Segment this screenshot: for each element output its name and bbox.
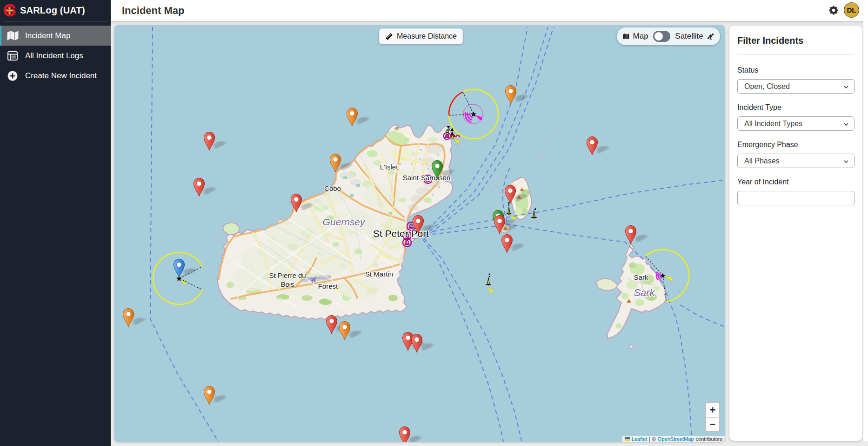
svg-text:St Pierre du: St Pierre du bbox=[269, 271, 306, 279]
svg-text:Guernsey: Guernsey bbox=[322, 216, 366, 227]
svg-text:Forest: Forest bbox=[318, 282, 338, 290]
svg-text:Cobo: Cobo bbox=[324, 184, 341, 192]
svg-text:St Peter Port: St Peter Port bbox=[373, 228, 429, 239]
svg-text:St Martin: St Martin bbox=[365, 270, 393, 278]
svg-text:Sark: Sark bbox=[634, 287, 655, 298]
svg-text:Sark: Sark bbox=[634, 273, 648, 281]
svg-text:Bois: Bois bbox=[280, 280, 294, 288]
svg-text:L'Islet: L'Islet bbox=[380, 163, 399, 171]
